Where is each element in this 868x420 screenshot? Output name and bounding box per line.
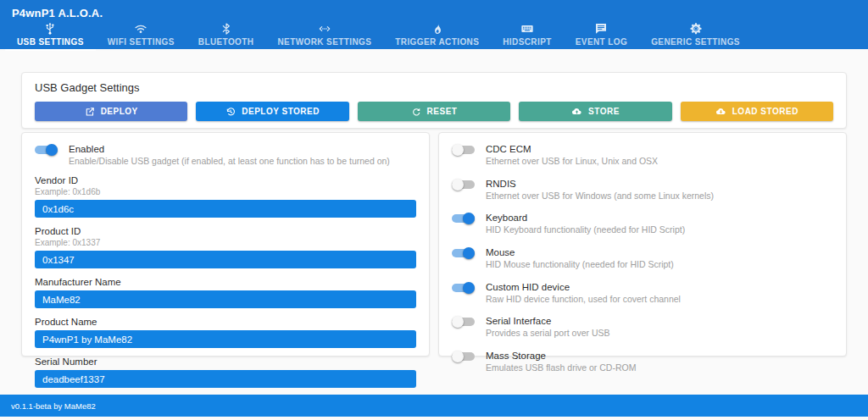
cloud-download-icon bbox=[715, 106, 726, 117]
toggle-thumb bbox=[452, 144, 464, 156]
app-title: P4wnP1 A.L.O.A. bbox=[12, 7, 103, 19]
tab-label: USB SETTINGS bbox=[17, 37, 84, 47]
keyboard-description: HID Keyboard functionality (needed for H… bbox=[486, 224, 685, 235]
product-id-hint: Example: 0x1337 bbox=[35, 238, 416, 247]
gear-icon bbox=[689, 22, 703, 36]
app-header: P4wnP1 A.L.O.A. USB SETTINGS bbox=[0, 0, 868, 49]
manufacturer-name-field-group: Manufacturer Name bbox=[35, 277, 416, 308]
toggle-thumb bbox=[452, 316, 464, 328]
enabled-text: Enabled Enable/Disable USB gadget (if en… bbox=[69, 144, 390, 167]
tab-label: HIDSCRIPT bbox=[503, 37, 552, 47]
product-name-label: Product Name bbox=[35, 317, 416, 327]
tab-network-settings[interactable]: NETWORK SETTINGS bbox=[265, 20, 383, 51]
rndis-toggle[interactable] bbox=[452, 179, 475, 191]
keyboard-label: Keyboard bbox=[486, 213, 685, 223]
tab-generic-settings[interactable]: GENERIC SETTINGS bbox=[639, 20, 752, 51]
keyboard-toggle[interactable] bbox=[452, 213, 475, 224]
reset-button-label: RESET bbox=[427, 107, 458, 116]
toggle-thumb bbox=[452, 351, 464, 362]
tab-label: TRIGGER ACTIONS bbox=[395, 37, 479, 47]
toggle-thumb bbox=[463, 247, 475, 259]
mass-storage-label: Mass Storage bbox=[486, 351, 636, 361]
serial-interface-description: Provides a serial port over USB bbox=[486, 328, 609, 339]
mass-storage-toggle[interactable] bbox=[452, 351, 475, 362]
toggle-thumb bbox=[46, 144, 58, 156]
mouse-row: Mouse HID Mouse functionality (needed fo… bbox=[452, 247, 833, 270]
deploy-button[interactable]: DEPLOY bbox=[35, 102, 187, 121]
cloud-upload-icon bbox=[571, 106, 582, 117]
flame-icon bbox=[431, 22, 444, 36]
product-id-field-group: Product ID Example: 0x1337 bbox=[35, 226, 416, 268]
enabled-toggle[interactable] bbox=[35, 144, 58, 156]
deploy-stored-button[interactable]: DEPLOY STORED bbox=[196, 102, 348, 121]
mass-storage-description: Emulates USB flash drive or CD-ROM bbox=[486, 362, 636, 373]
enabled-row: Enabled Enable/Disable USB gadget (if en… bbox=[35, 144, 416, 167]
manufacturer-name-input[interactable] bbox=[35, 290, 416, 308]
custom-hid-row: Custom HID device Raw HID device functio… bbox=[452, 282, 833, 305]
cdc-ecm-row: CDC ECM Ethernet over USB for Linux, Uni… bbox=[452, 144, 833, 167]
vendor-id-input[interactable] bbox=[35, 200, 416, 218]
deploy-button-label: DEPLOY bbox=[101, 107, 138, 116]
toggle-thumb bbox=[452, 179, 464, 191]
tab-event-log[interactable]: EVENT LOG bbox=[564, 20, 639, 51]
gadget-button-row: DEPLOY DEPLOY STORED bbox=[35, 102, 833, 121]
tab-usb-settings[interactable]: USB SETTINGS bbox=[5, 20, 96, 51]
footer-version-text: v0.1.1-beta by MaMe82 bbox=[11, 401, 96, 411]
enabled-description: Enable/Disable USB gadget (if enabled, a… bbox=[69, 156, 390, 167]
cdc-ecm-label: CDC ECM bbox=[486, 144, 658, 154]
custom-hid-toggle[interactable] bbox=[452, 282, 475, 294]
tab-label: NETWORK SETTINGS bbox=[277, 37, 371, 47]
refresh-icon bbox=[411, 107, 421, 117]
store-button-label: STORE bbox=[588, 107, 620, 116]
usb-gadget-functions-card: CDC ECM Ethernet over USB for Linux, Uni… bbox=[438, 132, 847, 356]
store-button[interactable]: STORE bbox=[519, 102, 671, 121]
cdc-ecm-description: Ethernet over USB for Linux, Unix and OS… bbox=[486, 156, 658, 167]
vendor-id-field-group: Vendor ID Example: 0x1d6b bbox=[35, 175, 416, 218]
cdc-ecm-toggle[interactable] bbox=[452, 144, 475, 156]
tab-label: WIFI SETTINGS bbox=[108, 37, 175, 47]
chat-icon bbox=[594, 22, 608, 36]
app-footer: v0.1.1-beta by MaMe82 bbox=[0, 395, 868, 417]
load-stored-button[interactable]: LOAD STORED bbox=[681, 102, 833, 121]
toggle-thumb bbox=[463, 213, 475, 224]
reset-button[interactable]: RESET bbox=[358, 102, 510, 121]
mouse-label: Mouse bbox=[486, 247, 674, 257]
serial-interface-toggle[interactable] bbox=[452, 316, 475, 328]
wifi-icon bbox=[134, 22, 147, 36]
rndis-label: RNDIS bbox=[486, 179, 714, 189]
product-id-input[interactable] bbox=[35, 251, 416, 268]
keyboard-icon bbox=[520, 22, 534, 36]
product-id-label: Product ID bbox=[35, 226, 416, 236]
custom-hid-label: Custom HID device bbox=[486, 282, 681, 292]
vendor-id-hint: Example: 0x1d6b bbox=[35, 187, 416, 196]
usb-gadget-settings-title: USB Gadget Settings bbox=[35, 81, 833, 94]
load-stored-button-label: LOAD STORED bbox=[732, 107, 798, 116]
mouse-description: HID Mouse functionality (needed for HID … bbox=[486, 259, 674, 270]
toggle-thumb bbox=[463, 282, 475, 294]
tab-wifi-settings[interactable]: WIFI SETTINGS bbox=[96, 20, 186, 51]
serial-number-label: Serial Number bbox=[35, 356, 416, 367]
usb-gadget-settings-card: USB Gadget Settings DEPLOY bbox=[21, 72, 847, 129]
serial-interface-row: Serial Interface Provides a serial port … bbox=[452, 316, 833, 339]
tab-label: GENERIC SETTINGS bbox=[651, 37, 740, 47]
tab-hidscript[interactable]: HIDSCRIPT bbox=[491, 20, 564, 51]
rndis-row: RNDIS Ethernet over USB for Windows (and… bbox=[452, 179, 833, 202]
serial-number-input[interactable] bbox=[35, 370, 416, 388]
manufacturer-name-label: Manufacturer Name bbox=[35, 277, 416, 287]
tab-bluetooth[interactable]: BLUETOOTH bbox=[186, 20, 266, 51]
serial-number-field-group: Serial Number bbox=[35, 356, 416, 388]
keyboard-row: Keyboard HID Keyboard functionality (nee… bbox=[452, 213, 833, 235]
product-name-input[interactable] bbox=[35, 330, 416, 348]
main-content: USB Gadget Settings DEPLOY bbox=[0, 49, 868, 356]
tab-trigger-actions[interactable]: TRIGGER ACTIONS bbox=[383, 20, 491, 51]
custom-hid-description: Raw HID device function, used for covert… bbox=[486, 294, 681, 305]
mouse-toggle[interactable] bbox=[452, 247, 475, 259]
ethernet-icon bbox=[318, 22, 331, 36]
nav-tab-bar: USB SETTINGS WIFI SETTINGS BLUET bbox=[0, 20, 868, 51]
product-name-field-group: Product Name bbox=[35, 317, 416, 348]
usb-gadget-general-card: Enabled Enable/Disable USB gadget (if en… bbox=[21, 132, 430, 356]
serial-interface-label: Serial Interface bbox=[486, 316, 609, 326]
usb-icon bbox=[43, 22, 57, 36]
mass-storage-row: Mass Storage Emulates USB flash drive or… bbox=[452, 351, 833, 373]
restore-icon bbox=[225, 107, 236, 117]
